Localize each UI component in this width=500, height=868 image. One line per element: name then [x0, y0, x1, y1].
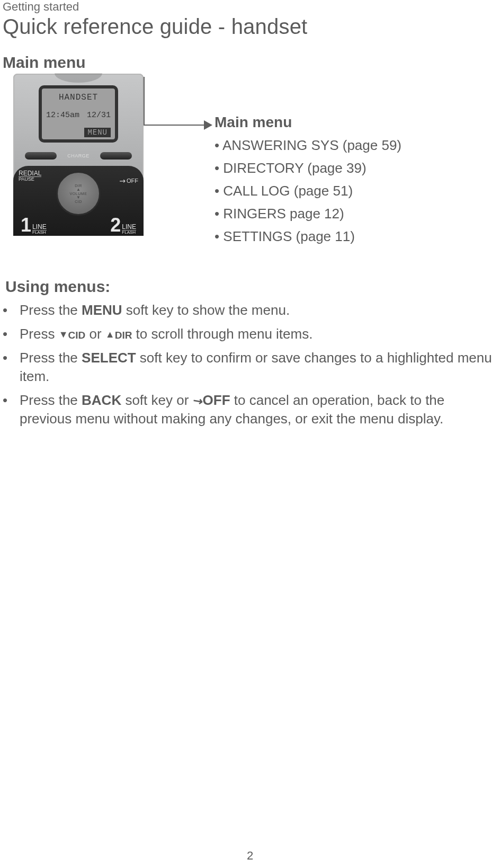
nav-cid-label: CID	[75, 200, 82, 203]
left-softkey	[25, 152, 57, 160]
nav-down-arrow-icon: ▼	[76, 196, 81, 200]
right-softkey	[100, 152, 132, 160]
line1-flash: FLASH	[32, 230, 47, 235]
main-menu-list: ANSWERING SYS (page 59) DIRECTORY (page …	[215, 137, 401, 245]
callout-title: Main menu	[215, 114, 401, 131]
redial-pause-label: REDIAL PAUSE	[19, 170, 41, 182]
softkey-row: CHARGE	[13, 152, 144, 160]
step2-or: or	[85, 326, 105, 342]
handset-display: HANDSET 12:45am 12/31 MENU	[39, 85, 118, 143]
menu-item-answering: ANSWERING SYS (page 59)	[215, 137, 401, 154]
section-label: Getting started	[3, 0, 500, 14]
step-2: Press ▼CID or ▲DIR to scroll through men…	[3, 325, 500, 343]
nav-wheel: DIR ▲ VOLUME ▼ CID	[56, 171, 101, 216]
step3-a: Press the	[20, 350, 82, 366]
step2-a: Press	[20, 326, 59, 342]
menu-item-call-log: CALL LOG (page 51)	[215, 183, 401, 199]
line2-text: LINE	[122, 224, 136, 230]
redial-label: REDIAL	[19, 170, 41, 176]
callout-arrow	[144, 74, 215, 233]
line2-flash: FLASH	[122, 230, 136, 235]
handset-illustration: HANDSET 12:45am 12/31 MENU CHARGE REDIAL…	[13, 74, 144, 236]
display-line1: HANDSET	[46, 93, 111, 102]
nav-up-arrow-icon: ▲	[76, 188, 81, 192]
step3-select-key: SELECT	[82, 350, 136, 366]
step2-dir: DIR	[115, 330, 132, 341]
step4-off-key: OFF	[203, 392, 230, 408]
step-1: Press the MENU soft key to show the menu…	[3, 301, 500, 320]
off-text: OFF	[127, 178, 138, 184]
step1-menu-key: MENU	[82, 302, 122, 318]
off-key-label: ↘ OFF	[119, 176, 138, 185]
soft-label-menu: MENU	[84, 128, 111, 137]
menu-item-ringers: RINGERS page 12)	[215, 206, 401, 222]
using-menus-heading: Using menus:	[5, 278, 500, 296]
down-triangle-icon: ▼	[59, 328, 68, 341]
display-time: 12:45am	[46, 111, 79, 120]
menu-item-settings: SETTINGS (page 11)	[215, 228, 401, 245]
step4-back-key: BACK	[82, 392, 121, 408]
handset-keypad: REDIAL PAUSE DIR ▲ VOLUME ▼ CID ↘ OFF 1	[13, 166, 144, 236]
step-4: Press the BACK soft key or ↘OFF to cance…	[3, 391, 500, 428]
charge-label: CHARGE	[67, 153, 90, 158]
step2-cid: CID	[68, 330, 86, 341]
main-menu-heading: Main menu	[3, 54, 500, 72]
line2-key: 2 LINE FLASH	[110, 216, 136, 235]
step2-b: to scroll through menu items.	[132, 326, 312, 342]
line1-text: LINE	[32, 224, 47, 230]
step1-a: Press the	[20, 302, 82, 318]
page-title: Quick reference guide - handset	[3, 15, 500, 39]
menu-item-directory: DIRECTORY (page 39)	[215, 160, 401, 176]
line1-key: 1 LINE FLASH	[21, 216, 47, 235]
step-3: Press the SELECT soft key to confirm or …	[3, 349, 500, 386]
step4-c: soft key or	[121, 392, 192, 408]
arrow-head-icon	[204, 120, 212, 130]
phone-hangup-icon: ↘	[117, 175, 128, 186]
display-line2: 12:45am 12/31	[46, 111, 111, 120]
line2-number: 2	[110, 216, 121, 235]
page-number: 2	[247, 849, 253, 863]
step1-c: soft key to show the menu.	[122, 302, 290, 318]
display-date: 12/31	[87, 111, 111, 120]
up-triangle-icon: ▲	[105, 328, 115, 341]
handset-earpiece	[55, 73, 102, 83]
line1-number: 1	[21, 216, 31, 235]
pause-label: PAUSE	[19, 176, 41, 182]
step4-a: Press the	[20, 392, 82, 408]
